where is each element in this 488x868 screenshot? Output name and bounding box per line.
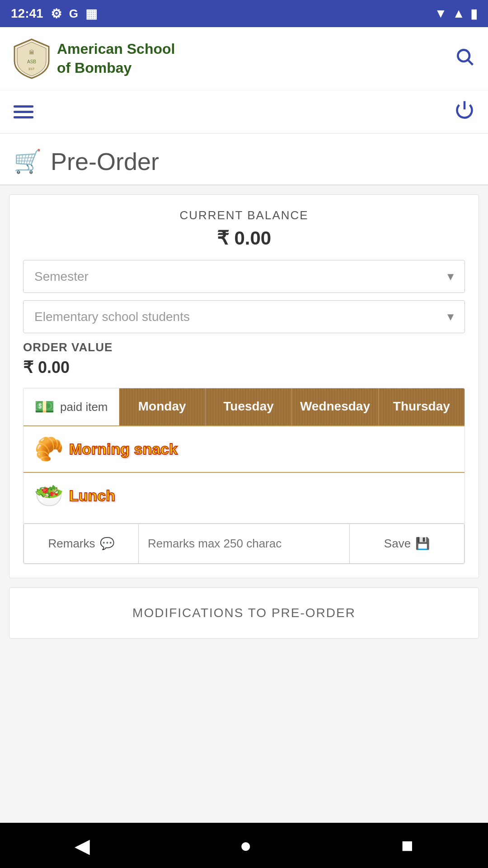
home-icon: ● bbox=[239, 834, 252, 857]
order-value-amount: ₹ 0.00 bbox=[23, 358, 465, 377]
paid-item-label: paid item bbox=[60, 400, 108, 414]
wifi-icon: ▼ bbox=[435, 6, 447, 21]
school-name: American School of Bombay bbox=[57, 40, 175, 77]
recent-icon: ■ bbox=[401, 834, 413, 857]
google-icon: G bbox=[69, 7, 78, 21]
main-content: CURRENT BALANCE ₹ 0.00 Semester Semester… bbox=[0, 185, 488, 648]
cart-icon: 🛒 bbox=[14, 148, 42, 175]
tuesday-header: Tuesday bbox=[206, 388, 292, 425]
back-icon: ◀ bbox=[75, 834, 90, 857]
svg-text:🏛: 🏛 bbox=[29, 49, 34, 56]
morning-snack-name: Morning snack bbox=[69, 440, 178, 458]
logo-area: 🏛 ASB EST American School of Bombay bbox=[14, 38, 175, 79]
status-bar-left: 12:41 ⚙ G ▦ bbox=[11, 6, 97, 21]
status-bar-right: ▼ ▲ ▮ bbox=[435, 6, 477, 21]
settings-icon: ⚙ bbox=[51, 6, 62, 21]
modifications-label: MODIFICATIONS TO PRE-ORDER bbox=[23, 606, 465, 620]
chat-icon: 💬 bbox=[100, 537, 114, 551]
save-button[interactable]: Save 💾 bbox=[349, 524, 465, 564]
monday-header: Monday bbox=[119, 388, 206, 425]
balance-card: CURRENT BALANCE ₹ 0.00 Semester Semester… bbox=[9, 194, 479, 578]
app-header: 🏛 ASB EST American School of Bombay bbox=[0, 27, 488, 90]
page-title: Pre-Order bbox=[51, 147, 159, 175]
lunch-name: Lunch bbox=[69, 487, 115, 505]
hamburger-line-2 bbox=[14, 111, 33, 113]
paid-item-cell: 💵 paid item bbox=[23, 388, 119, 425]
status-bar: 12:41 ⚙ G ▦ ▼ ▲ ▮ bbox=[0, 0, 488, 27]
order-value-label: ORDER VALUE bbox=[23, 340, 465, 354]
sim-icon: ▦ bbox=[85, 6, 97, 21]
page-title-area: 🛒 Pre-Order bbox=[0, 134, 488, 185]
morning-snack-label: 🥐 Morning snack bbox=[34, 435, 178, 463]
nav-bar bbox=[0, 90, 488, 134]
lunch-label: 🥗 Lunch bbox=[34, 482, 125, 509]
save-icon: 💾 bbox=[415, 537, 430, 551]
wednesday-header: Wednesday bbox=[292, 388, 378, 425]
back-button[interactable]: ◀ bbox=[75, 834, 90, 857]
schedule-header-row: 💵 paid item Monday Tuesday Wednesday Thu… bbox=[23, 388, 465, 425]
svg-text:EST: EST bbox=[28, 67, 35, 71]
recent-button[interactable]: ■ bbox=[401, 834, 413, 857]
semester-select[interactable]: Semester Semester 1 Semester 2 bbox=[23, 260, 465, 293]
balance-amount: ₹ 0.00 bbox=[23, 227, 465, 249]
svg-point-3 bbox=[458, 50, 469, 61]
hamburger-line-1 bbox=[14, 105, 33, 108]
student-select[interactable]: Elementary school students bbox=[23, 300, 465, 333]
lunch-emoji: 🥗 bbox=[34, 482, 64, 509]
snack-emoji: 🥐 bbox=[34, 435, 64, 463]
actions-row: Remarks 💬 Save 💾 bbox=[23, 523, 465, 564]
time-display: 12:41 bbox=[11, 6, 43, 21]
student-dropdown-wrapper[interactable]: Elementary school students ▼ bbox=[23, 300, 465, 333]
bottom-nav: ◀ ● ■ bbox=[0, 823, 488, 868]
hamburger-line-3 bbox=[14, 116, 33, 118]
save-label: Save bbox=[384, 537, 411, 551]
balance-label: CURRENT BALANCE bbox=[23, 208, 465, 222]
dollar-icon: 💵 bbox=[34, 397, 55, 416]
battery-icon: ▮ bbox=[470, 6, 477, 21]
signal-icon: ▲ bbox=[452, 6, 465, 21]
home-button[interactable]: ● bbox=[239, 834, 252, 857]
remarks-input[interactable] bbox=[139, 524, 349, 564]
modifications-card: MODIFICATIONS TO PRE-ORDER bbox=[9, 587, 479, 639]
semester-dropdown-wrapper[interactable]: Semester Semester 1 Semester 2 ▼ bbox=[23, 260, 465, 293]
remarks-button[interactable]: Remarks 💬 bbox=[23, 524, 139, 564]
morning-snack-row: 🥐 Morning snack bbox=[23, 425, 465, 472]
thursday-header: Thursday bbox=[379, 388, 465, 425]
svg-line-4 bbox=[468, 60, 473, 65]
day-headers: Monday Tuesday Wednesday Thursday bbox=[119, 388, 465, 425]
svg-text:ASB: ASB bbox=[27, 59, 36, 64]
schedule-table: 💵 paid item Monday Tuesday Wednesday Thu… bbox=[23, 388, 465, 564]
school-logo: 🏛 ASB EST bbox=[14, 38, 50, 79]
lunch-row: 🥗 Lunch bbox=[23, 472, 465, 519]
remarks-label: Remarks bbox=[48, 537, 95, 551]
menu-button[interactable] bbox=[14, 105, 33, 118]
search-button[interactable] bbox=[455, 47, 474, 71]
power-button[interactable] bbox=[455, 99, 474, 124]
